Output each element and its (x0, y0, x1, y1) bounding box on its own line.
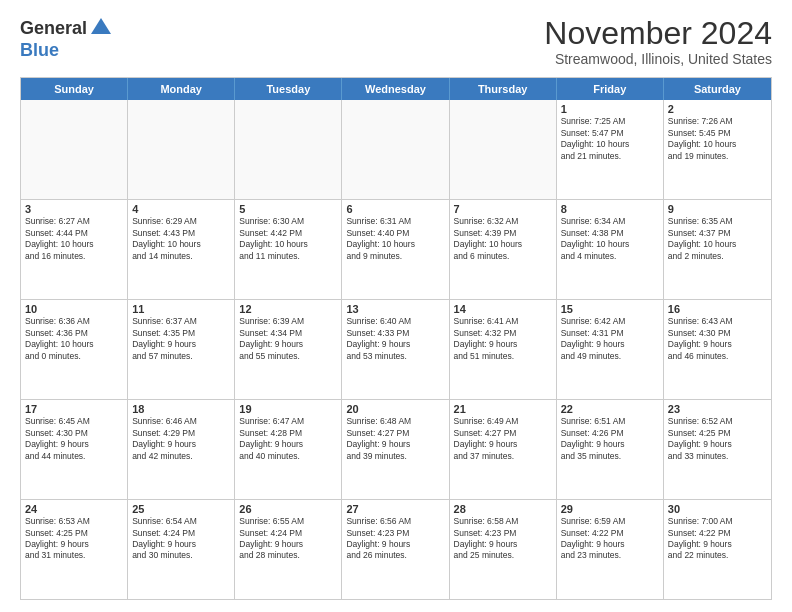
day-info-13: Sunrise: 6:40 AM Sunset: 4:33 PM Dayligh… (346, 316, 444, 362)
day-info-12: Sunrise: 6:39 AM Sunset: 4:34 PM Dayligh… (239, 316, 337, 362)
logo-general-text: General (20, 18, 87, 39)
day-info-8: Sunrise: 6:34 AM Sunset: 4:38 PM Dayligh… (561, 216, 659, 262)
day-info-14: Sunrise: 6:41 AM Sunset: 4:32 PM Dayligh… (454, 316, 552, 362)
day-info-20: Sunrise: 6:48 AM Sunset: 4:27 PM Dayligh… (346, 416, 444, 462)
day-info-22: Sunrise: 6:51 AM Sunset: 4:26 PM Dayligh… (561, 416, 659, 462)
header-day-friday: Friday (557, 78, 664, 100)
day-cell-14: 14Sunrise: 6:41 AM Sunset: 4:32 PM Dayli… (450, 300, 557, 399)
day-info-24: Sunrise: 6:53 AM Sunset: 4:25 PM Dayligh… (25, 516, 123, 562)
header-day-thursday: Thursday (450, 78, 557, 100)
svg-marker-0 (91, 18, 111, 34)
day-number-22: 22 (561, 403, 659, 415)
header: General Blue November 2024 Streamwood, I… (20, 16, 772, 67)
day-cell-18: 18Sunrise: 6:46 AM Sunset: 4:29 PM Dayli… (128, 400, 235, 499)
day-info-3: Sunrise: 6:27 AM Sunset: 4:44 PM Dayligh… (25, 216, 123, 262)
day-cell-16: 16Sunrise: 6:43 AM Sunset: 4:30 PM Dayli… (664, 300, 771, 399)
day-info-27: Sunrise: 6:56 AM Sunset: 4:23 PM Dayligh… (346, 516, 444, 562)
day-number-28: 28 (454, 503, 552, 515)
calendar-header: SundayMondayTuesdayWednesdayThursdayFrid… (21, 78, 771, 100)
day-number-15: 15 (561, 303, 659, 315)
header-day-saturday: Saturday (664, 78, 771, 100)
day-cell-29: 29Sunrise: 6:59 AM Sunset: 4:22 PM Dayli… (557, 500, 664, 599)
day-info-18: Sunrise: 6:46 AM Sunset: 4:29 PM Dayligh… (132, 416, 230, 462)
day-cell-12: 12Sunrise: 6:39 AM Sunset: 4:34 PM Dayli… (235, 300, 342, 399)
day-cell-1: 1Sunrise: 7:25 AM Sunset: 5:47 PM Daylig… (557, 100, 664, 199)
day-info-28: Sunrise: 6:58 AM Sunset: 4:23 PM Dayligh… (454, 516, 552, 562)
day-cell-22: 22Sunrise: 6:51 AM Sunset: 4:26 PM Dayli… (557, 400, 664, 499)
day-cell-27: 27Sunrise: 6:56 AM Sunset: 4:23 PM Dayli… (342, 500, 449, 599)
day-cell-5: 5Sunrise: 6:30 AM Sunset: 4:42 PM Daylig… (235, 200, 342, 299)
day-number-17: 17 (25, 403, 123, 415)
day-number-18: 18 (132, 403, 230, 415)
day-info-1: Sunrise: 7:25 AM Sunset: 5:47 PM Dayligh… (561, 116, 659, 162)
day-info-2: Sunrise: 7:26 AM Sunset: 5:45 PM Dayligh… (668, 116, 767, 162)
day-info-10: Sunrise: 6:36 AM Sunset: 4:36 PM Dayligh… (25, 316, 123, 362)
day-cell-21: 21Sunrise: 6:49 AM Sunset: 4:27 PM Dayli… (450, 400, 557, 499)
calendar-week-1: 1Sunrise: 7:25 AM Sunset: 5:47 PM Daylig… (21, 100, 771, 200)
day-cell-23: 23Sunrise: 6:52 AM Sunset: 4:25 PM Dayli… (664, 400, 771, 499)
empty-cell-w0-d0 (21, 100, 128, 199)
day-cell-30: 30Sunrise: 7:00 AM Sunset: 4:22 PM Dayli… (664, 500, 771, 599)
day-number-13: 13 (346, 303, 444, 315)
day-cell-11: 11Sunrise: 6:37 AM Sunset: 4:35 PM Dayli… (128, 300, 235, 399)
day-number-23: 23 (668, 403, 767, 415)
day-number-26: 26 (239, 503, 337, 515)
day-cell-8: 8Sunrise: 6:34 AM Sunset: 4:38 PM Daylig… (557, 200, 664, 299)
day-cell-13: 13Sunrise: 6:40 AM Sunset: 4:33 PM Dayli… (342, 300, 449, 399)
day-cell-25: 25Sunrise: 6:54 AM Sunset: 4:24 PM Dayli… (128, 500, 235, 599)
day-info-7: Sunrise: 6:32 AM Sunset: 4:39 PM Dayligh… (454, 216, 552, 262)
day-cell-20: 20Sunrise: 6:48 AM Sunset: 4:27 PM Dayli… (342, 400, 449, 499)
day-cell-6: 6Sunrise: 6:31 AM Sunset: 4:40 PM Daylig… (342, 200, 449, 299)
month-title: November 2024 (544, 16, 772, 51)
day-cell-15: 15Sunrise: 6:42 AM Sunset: 4:31 PM Dayli… (557, 300, 664, 399)
title-block: November 2024 Streamwood, Illinois, Unit… (544, 16, 772, 67)
day-info-16: Sunrise: 6:43 AM Sunset: 4:30 PM Dayligh… (668, 316, 767, 362)
day-info-19: Sunrise: 6:47 AM Sunset: 4:28 PM Dayligh… (239, 416, 337, 462)
day-info-26: Sunrise: 6:55 AM Sunset: 4:24 PM Dayligh… (239, 516, 337, 562)
day-cell-4: 4Sunrise: 6:29 AM Sunset: 4:43 PM Daylig… (128, 200, 235, 299)
empty-cell-w0-d1 (128, 100, 235, 199)
day-info-15: Sunrise: 6:42 AM Sunset: 4:31 PM Dayligh… (561, 316, 659, 362)
day-number-2: 2 (668, 103, 767, 115)
day-number-30: 30 (668, 503, 767, 515)
day-number-1: 1 (561, 103, 659, 115)
day-number-27: 27 (346, 503, 444, 515)
day-info-23: Sunrise: 6:52 AM Sunset: 4:25 PM Dayligh… (668, 416, 767, 462)
logo-blue-text: Blue (20, 40, 59, 60)
day-cell-26: 26Sunrise: 6:55 AM Sunset: 4:24 PM Dayli… (235, 500, 342, 599)
logo: General Blue (20, 16, 113, 61)
day-number-11: 11 (132, 303, 230, 315)
day-number-10: 10 (25, 303, 123, 315)
day-number-25: 25 (132, 503, 230, 515)
calendar: SundayMondayTuesdayWednesdayThursdayFrid… (20, 77, 772, 600)
day-number-12: 12 (239, 303, 337, 315)
day-info-4: Sunrise: 6:29 AM Sunset: 4:43 PM Dayligh… (132, 216, 230, 262)
day-number-19: 19 (239, 403, 337, 415)
day-number-9: 9 (668, 203, 767, 215)
day-number-21: 21 (454, 403, 552, 415)
day-info-29: Sunrise: 6:59 AM Sunset: 4:22 PM Dayligh… (561, 516, 659, 562)
day-number-14: 14 (454, 303, 552, 315)
header-day-monday: Monday (128, 78, 235, 100)
day-info-17: Sunrise: 6:45 AM Sunset: 4:30 PM Dayligh… (25, 416, 123, 462)
day-number-8: 8 (561, 203, 659, 215)
empty-cell-w0-d2 (235, 100, 342, 199)
empty-cell-w0-d4 (450, 100, 557, 199)
day-number-4: 4 (132, 203, 230, 215)
day-cell-2: 2Sunrise: 7:26 AM Sunset: 5:45 PM Daylig… (664, 100, 771, 199)
calendar-week-4: 17Sunrise: 6:45 AM Sunset: 4:30 PM Dayli… (21, 400, 771, 500)
day-cell-17: 17Sunrise: 6:45 AM Sunset: 4:30 PM Dayli… (21, 400, 128, 499)
header-day-tuesday: Tuesday (235, 78, 342, 100)
day-info-25: Sunrise: 6:54 AM Sunset: 4:24 PM Dayligh… (132, 516, 230, 562)
logo-icon (89, 16, 113, 40)
header-day-sunday: Sunday (21, 78, 128, 100)
day-cell-7: 7Sunrise: 6:32 AM Sunset: 4:39 PM Daylig… (450, 200, 557, 299)
page: General Blue November 2024 Streamwood, I… (0, 0, 792, 612)
day-number-29: 29 (561, 503, 659, 515)
calendar-body: 1Sunrise: 7:25 AM Sunset: 5:47 PM Daylig… (21, 100, 771, 599)
day-info-9: Sunrise: 6:35 AM Sunset: 4:37 PM Dayligh… (668, 216, 767, 262)
day-cell-3: 3Sunrise: 6:27 AM Sunset: 4:44 PM Daylig… (21, 200, 128, 299)
day-number-6: 6 (346, 203, 444, 215)
day-number-5: 5 (239, 203, 337, 215)
day-number-7: 7 (454, 203, 552, 215)
